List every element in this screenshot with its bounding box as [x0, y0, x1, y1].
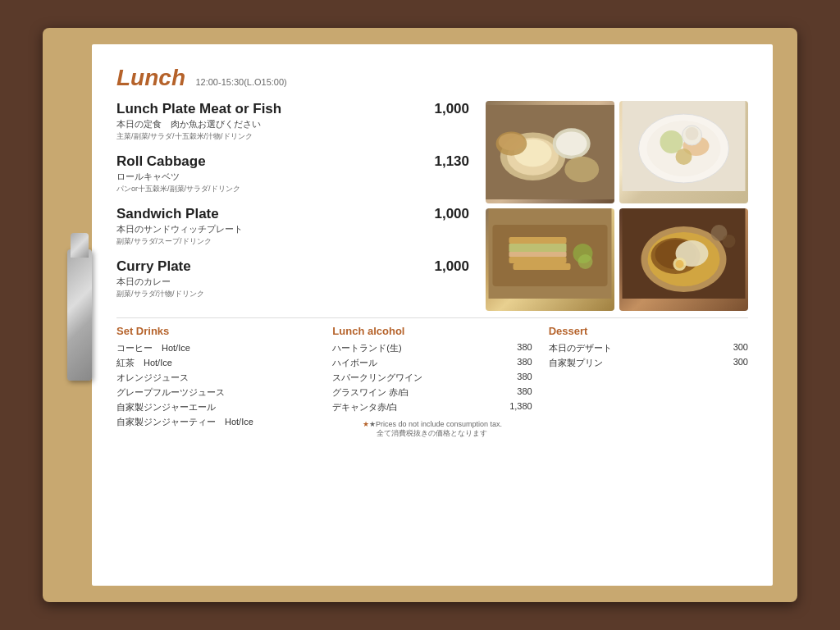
menu-paper: Lunch 12:00-15:30(L.O15:00) Lunch Plate … — [92, 44, 773, 586]
alcohol-price-3: 380 — [517, 386, 532, 399]
dessert-price-0: 300 — [733, 342, 748, 354]
alcohol-price-0: 380 — [517, 342, 532, 354]
svg-point-7 — [499, 133, 524, 150]
item-desc-4: 副菜/サラダ/汁物/ドリンク — [116, 289, 469, 299]
menu-body: Lunch Plate Meat or Fish 1,000 本日の定食 肉か魚… — [116, 101, 748, 311]
food-photo-sandwich — [486, 208, 614, 311]
svg-point-8 — [564, 157, 599, 182]
item-name-en-1: Lunch Plate Meat or Fish — [116, 101, 281, 117]
menu-time: 12:00-15:30(L.O15:00) — [195, 77, 286, 87]
alcohol-item-0: ハートランド(生) 380 — [332, 342, 532, 354]
food-photo-set-meal — [486, 101, 614, 203]
drink-item-2: オレンジジュース — [116, 372, 316, 384]
tax-note: ★★Prices do not include consumption tax.… — [332, 420, 532, 439]
menu-item-lunch-plate: Lunch Plate Meat or Fish 1,000 本日の定食 肉か魚… — [116, 101, 469, 142]
item-name-en-3: Sandwich Plate — [116, 206, 219, 222]
menu-item-sandwich: Sandwich Plate 1,000 本日のサンドウィッチプレート 副菜/サ… — [116, 206, 469, 247]
item-name-en-2: Roll Cabbage — [116, 153, 206, 170]
alcohol-name-1: ハイボール — [332, 357, 377, 369]
dessert-item-1: 自家製プリン 300 — [549, 357, 748, 369]
lunch-alcohol-title: Lunch alcohol — [332, 325, 532, 337]
svg-rect-22 — [509, 257, 567, 263]
svg-point-16 — [686, 127, 699, 140]
drink-item-4: 自家製ジンジャーエール — [116, 401, 316, 413]
item-desc-1: 主菜/副菜/サラダ/十五穀米/汁物/ドリンク — [116, 131, 469, 142]
svg-rect-19 — [509, 237, 567, 244]
menu-title: Lunch — [116, 65, 185, 90]
dessert-title: Dessert — [549, 325, 748, 337]
alcohol-name-4: デキャンタ赤/白 — [332, 401, 398, 413]
menu-item-curry: Curry Plate 1,000 本日のカレー 副菜/サラダ/汁物/ドリンク — [116, 258, 469, 299]
menu-divider — [116, 317, 748, 318]
item-name-jp-4: 本日のカレー — [116, 276, 469, 288]
dessert-item-0: 本日のデザート 300 — [549, 342, 748, 354]
menu-item-roll-cabbage: Roll Cabbage 1,130 ロールキャベツ パンor十五穀米/副菜/サ… — [116, 153, 469, 194]
svg-rect-23 — [514, 263, 571, 270]
drink-item-1: 紅茶 Hot/Ice — [116, 357, 316, 369]
item-price-3: 1,000 — [434, 206, 469, 222]
dessert-price-1: 300 — [733, 357, 748, 369]
drink-item-5: 自家製ジンジャーティー Hot/Ice — [116, 416, 316, 428]
alcohol-item-3: グラスワイン 赤/白 380 — [332, 386, 532, 399]
svg-rect-20 — [509, 244, 567, 252]
dessert-section: Dessert 本日のデザート 300 自家製プリン 300 — [549, 325, 748, 439]
item-desc-2: パンor十五穀米/副菜/サラダ/ドリンク — [116, 184, 469, 194]
alcohol-price-4: 1,380 — [509, 401, 532, 413]
set-drinks-title: Set Drinks — [116, 325, 316, 337]
alcohol-item-1: ハイボール 380 — [332, 357, 532, 369]
item-price-1: 1,000 — [434, 101, 469, 117]
alcohol-name-0: ハートランド(生) — [332, 342, 401, 354]
food-photos-grid — [486, 101, 748, 311]
svg-point-33 — [676, 260, 684, 268]
item-name-jp-1: 本日の定食 肉か魚お選びください — [116, 118, 469, 130]
alcohol-item-4: デキャンタ赤/白 1,380 — [332, 401, 532, 413]
item-name-jp-3: 本日のサンドウィッチプレート — [116, 223, 469, 235]
dessert-name-0: 本日のデザート — [549, 342, 612, 354]
alcohol-item-2: スパークリングワイン 380 — [332, 372, 532, 384]
alcohol-price-1: 380 — [517, 357, 532, 369]
item-desc-3: 副菜/サラダ/スープ/ドリンク — [116, 236, 469, 247]
item-price-2: 1,130 — [434, 153, 469, 170]
dessert-name-1: 自家製プリン — [549, 357, 603, 369]
clipboard-clip — [67, 249, 92, 381]
svg-rect-21 — [509, 252, 567, 257]
svg-point-25 — [578, 254, 593, 269]
bottom-section: Set Drinks コーヒー Hot/Ice 紅茶 Hot/Ice オレンジジ… — [116, 325, 748, 439]
item-name-en-4: Curry Plate — [116, 258, 191, 275]
drink-item-3: グレープフルーツジュース — [116, 386, 316, 399]
food-photo-curry — [619, 208, 748, 311]
svg-point-5 — [556, 131, 587, 155]
svg-point-14 — [676, 148, 692, 165]
alcohol-name-2: スパークリングワイン — [332, 372, 422, 384]
lunch-alcohol-section: Lunch alcohol ハートランド(生) 380 ハイボール 380 スパ… — [332, 325, 532, 439]
clipboard: Lunch 12:00-15:30(L.O15:00) Lunch Plate … — [43, 28, 797, 602]
alcohol-name-3: グラスワイン 赤/白 — [332, 386, 409, 399]
item-price-4: 1,000 — [434, 258, 469, 275]
menu-header: Lunch 12:00-15:30(L.O15:00) — [116, 65, 748, 91]
alcohol-price-2: 380 — [517, 372, 532, 384]
svg-point-35 — [723, 235, 736, 248]
drink-item-0: コーヒー Hot/Ice — [116, 342, 316, 354]
item-name-jp-2: ロールキャベツ — [116, 171, 469, 183]
menu-items-list: Lunch Plate Meat or Fish 1,000 本日の定食 肉か魚… — [116, 101, 469, 311]
food-photo-plate — [619, 101, 748, 203]
set-drinks-section: Set Drinks コーヒー Hot/Ice 紅茶 Hot/Ice オレンジジ… — [116, 325, 316, 439]
